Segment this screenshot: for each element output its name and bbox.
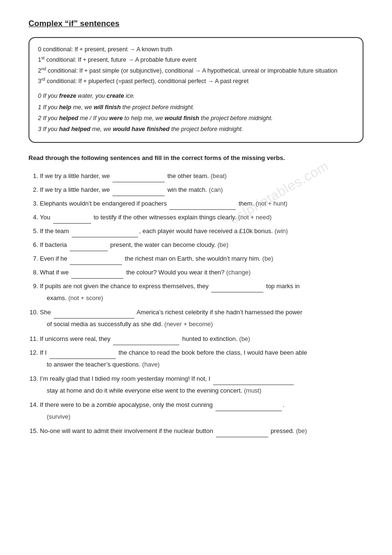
blank-10[interactable] [54, 307, 134, 319]
blank-12[interactable] [49, 347, 116, 359]
example-1: 1 If you help me, we will finish the pro… [38, 103, 354, 113]
example-0: 0 If you freeze water, you create ice. [38, 91, 354, 101]
sentence-7: Even if he the richest man on Earth, she… [40, 253, 364, 265]
conditional-2: 2nd conditional: If + past simple (or su… [38, 66, 354, 76]
info-box: 0 conditional: If + present, present → A… [28, 37, 364, 143]
blank-8[interactable] [71, 267, 123, 279]
sentence-14: If there were to be a zombie apocalypse,… [40, 399, 364, 423]
blank-5[interactable] [72, 226, 138, 237]
blank-11[interactable] [113, 333, 179, 345]
blank-13[interactable] [213, 373, 294, 385]
blank-9[interactable] [211, 281, 263, 292]
sentence-4: You to testify if the other witnesses ex… [40, 212, 364, 224]
conditional-3: 3rd conditional: If + pluperfect (=past … [38, 76, 354, 86]
blank-2[interactable] [112, 184, 165, 196]
conditional-1: 1st conditional: If + present, future → … [38, 55, 354, 65]
examples-section: 0 If you freeze water, you create ice. 1… [38, 91, 354, 134]
instruction: Read through the following sentences and… [28, 153, 364, 163]
sentences-list: If we try a little harder, we the other … [40, 170, 364, 437]
blank-6[interactable] [70, 239, 108, 251]
blank-3[interactable] [169, 198, 236, 210]
sentence-1: If we try a little harder, we the other … [40, 170, 364, 182]
sentence-5: If the team , each player would have rec… [40, 226, 364, 237]
example-3: 3 If you had helped me, we would have fi… [38, 124, 354, 134]
sentence-13: I’m really glad that I tidied my room ye… [40, 373, 364, 396]
sentence-10: She America’s richest celebrity if she h… [40, 307, 364, 330]
sentence-9: If pupils are not given the chance to ex… [40, 281, 364, 304]
sentence-3: Elephants wouldn’t be endangered if poac… [40, 198, 364, 210]
sentence-15: No-one will want to admit their involvem… [40, 425, 364, 437]
page-title: Complex “if” sentences [28, 19, 364, 28]
blank-4[interactable] [53, 212, 91, 224]
blank-15[interactable] [216, 425, 268, 437]
sentence-11: If unicorns were real, they hunted to ex… [40, 333, 364, 345]
blank-14[interactable] [215, 399, 282, 411]
conditional-0: 0 conditional: If + present, present → A… [38, 45, 354, 55]
sentence-12: If I the chance to read the book before … [40, 347, 364, 370]
blank-1[interactable] [112, 170, 165, 182]
sentence-2: If we try a little harder, we win the ma… [40, 184, 364, 196]
sentence-8: What if we the colour? Would you wear it… [40, 267, 364, 279]
example-2: 2 If you helped me / If you were to help… [38, 113, 354, 123]
sentence-6: If bacteria present, the water can becom… [40, 239, 364, 251]
blank-7[interactable] [70, 253, 122, 265]
